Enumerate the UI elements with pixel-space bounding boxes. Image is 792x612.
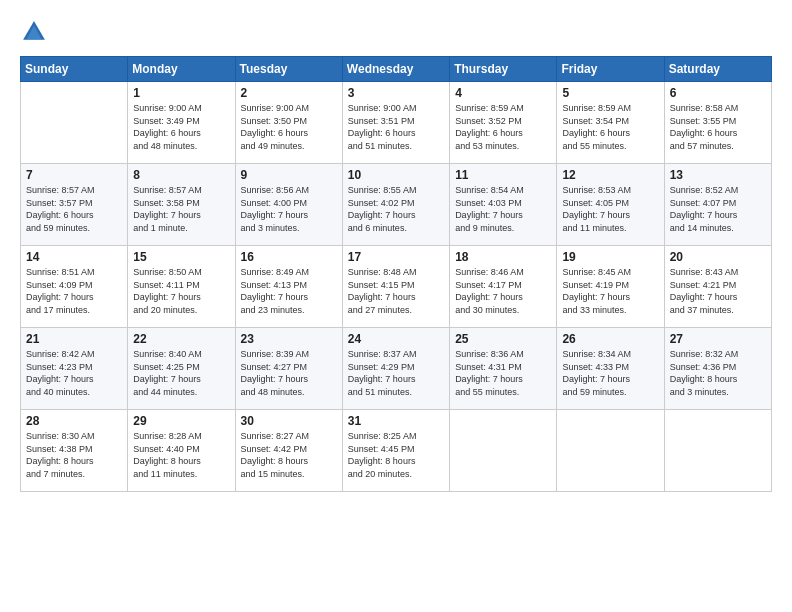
day-number: 7 (26, 168, 122, 182)
day-cell: 5Sunrise: 8:59 AM Sunset: 3:54 PM Daylig… (557, 82, 664, 164)
day-number: 3 (348, 86, 444, 100)
week-row-3: 14Sunrise: 8:51 AM Sunset: 4:09 PM Dayli… (21, 246, 772, 328)
day-cell: 28Sunrise: 8:30 AM Sunset: 4:38 PM Dayli… (21, 410, 128, 492)
day-info: Sunrise: 8:45 AM Sunset: 4:19 PM Dayligh… (562, 266, 658, 316)
day-cell: 2Sunrise: 9:00 AM Sunset: 3:50 PM Daylig… (235, 82, 342, 164)
day-number: 1 (133, 86, 229, 100)
day-info: Sunrise: 9:00 AM Sunset: 3:49 PM Dayligh… (133, 102, 229, 152)
day-info: Sunrise: 8:59 AM Sunset: 3:52 PM Dayligh… (455, 102, 551, 152)
day-info: Sunrise: 8:37 AM Sunset: 4:29 PM Dayligh… (348, 348, 444, 398)
day-cell (664, 410, 771, 492)
day-cell: 14Sunrise: 8:51 AM Sunset: 4:09 PM Dayli… (21, 246, 128, 328)
day-info: Sunrise: 8:28 AM Sunset: 4:40 PM Dayligh… (133, 430, 229, 480)
day-info: Sunrise: 8:34 AM Sunset: 4:33 PM Dayligh… (562, 348, 658, 398)
day-cell: 22Sunrise: 8:40 AM Sunset: 4:25 PM Dayli… (128, 328, 235, 410)
day-number: 29 (133, 414, 229, 428)
day-cell: 18Sunrise: 8:46 AM Sunset: 4:17 PM Dayli… (450, 246, 557, 328)
col-header-friday: Friday (557, 57, 664, 82)
day-cell: 13Sunrise: 8:52 AM Sunset: 4:07 PM Dayli… (664, 164, 771, 246)
calendar-table: SundayMondayTuesdayWednesdayThursdayFrid… (20, 56, 772, 492)
day-info: Sunrise: 8:57 AM Sunset: 3:58 PM Dayligh… (133, 184, 229, 234)
day-cell: 6Sunrise: 8:58 AM Sunset: 3:55 PM Daylig… (664, 82, 771, 164)
day-cell: 31Sunrise: 8:25 AM Sunset: 4:45 PM Dayli… (342, 410, 449, 492)
day-cell: 30Sunrise: 8:27 AM Sunset: 4:42 PM Dayli… (235, 410, 342, 492)
day-info: Sunrise: 8:58 AM Sunset: 3:55 PM Dayligh… (670, 102, 766, 152)
day-cell: 8Sunrise: 8:57 AM Sunset: 3:58 PM Daylig… (128, 164, 235, 246)
day-number: 12 (562, 168, 658, 182)
day-info: Sunrise: 8:49 AM Sunset: 4:13 PM Dayligh… (241, 266, 337, 316)
day-number: 16 (241, 250, 337, 264)
day-info: Sunrise: 8:48 AM Sunset: 4:15 PM Dayligh… (348, 266, 444, 316)
week-row-4: 21Sunrise: 8:42 AM Sunset: 4:23 PM Dayli… (21, 328, 772, 410)
day-number: 31 (348, 414, 444, 428)
day-number: 11 (455, 168, 551, 182)
day-cell: 16Sunrise: 8:49 AM Sunset: 4:13 PM Dayli… (235, 246, 342, 328)
day-cell: 17Sunrise: 8:48 AM Sunset: 4:15 PM Dayli… (342, 246, 449, 328)
day-info: Sunrise: 8:39 AM Sunset: 4:27 PM Dayligh… (241, 348, 337, 398)
logo (20, 18, 52, 46)
day-number: 15 (133, 250, 229, 264)
day-cell: 7Sunrise: 8:57 AM Sunset: 3:57 PM Daylig… (21, 164, 128, 246)
day-cell: 12Sunrise: 8:53 AM Sunset: 4:05 PM Dayli… (557, 164, 664, 246)
day-cell: 24Sunrise: 8:37 AM Sunset: 4:29 PM Dayli… (342, 328, 449, 410)
day-info: Sunrise: 8:25 AM Sunset: 4:45 PM Dayligh… (348, 430, 444, 480)
day-number: 22 (133, 332, 229, 346)
day-info: Sunrise: 8:32 AM Sunset: 4:36 PM Dayligh… (670, 348, 766, 398)
day-info: Sunrise: 8:59 AM Sunset: 3:54 PM Dayligh… (562, 102, 658, 152)
day-cell: 29Sunrise: 8:28 AM Sunset: 4:40 PM Dayli… (128, 410, 235, 492)
day-info: Sunrise: 9:00 AM Sunset: 3:51 PM Dayligh… (348, 102, 444, 152)
day-number: 17 (348, 250, 444, 264)
day-cell: 27Sunrise: 8:32 AM Sunset: 4:36 PM Dayli… (664, 328, 771, 410)
day-number: 13 (670, 168, 766, 182)
day-cell: 19Sunrise: 8:45 AM Sunset: 4:19 PM Dayli… (557, 246, 664, 328)
day-info: Sunrise: 8:54 AM Sunset: 4:03 PM Dayligh… (455, 184, 551, 234)
week-row-1: 1Sunrise: 9:00 AM Sunset: 3:49 PM Daylig… (21, 82, 772, 164)
page: SundayMondayTuesdayWednesdayThursdayFrid… (0, 0, 792, 612)
day-number: 24 (348, 332, 444, 346)
day-number: 8 (133, 168, 229, 182)
day-number: 5 (562, 86, 658, 100)
week-row-5: 28Sunrise: 8:30 AM Sunset: 4:38 PM Dayli… (21, 410, 772, 492)
day-info: Sunrise: 8:46 AM Sunset: 4:17 PM Dayligh… (455, 266, 551, 316)
header-row: SundayMondayTuesdayWednesdayThursdayFrid… (21, 57, 772, 82)
day-cell: 11Sunrise: 8:54 AM Sunset: 4:03 PM Dayli… (450, 164, 557, 246)
day-number: 2 (241, 86, 337, 100)
day-info: Sunrise: 8:27 AM Sunset: 4:42 PM Dayligh… (241, 430, 337, 480)
day-number: 14 (26, 250, 122, 264)
day-cell: 25Sunrise: 8:36 AM Sunset: 4:31 PM Dayli… (450, 328, 557, 410)
day-cell: 9Sunrise: 8:56 AM Sunset: 4:00 PM Daylig… (235, 164, 342, 246)
day-number: 27 (670, 332, 766, 346)
day-info: Sunrise: 9:00 AM Sunset: 3:50 PM Dayligh… (241, 102, 337, 152)
day-cell: 10Sunrise: 8:55 AM Sunset: 4:02 PM Dayli… (342, 164, 449, 246)
logo-icon (20, 18, 48, 46)
day-number: 6 (670, 86, 766, 100)
day-number: 10 (348, 168, 444, 182)
day-number: 20 (670, 250, 766, 264)
day-number: 23 (241, 332, 337, 346)
day-number: 26 (562, 332, 658, 346)
day-info: Sunrise: 8:42 AM Sunset: 4:23 PM Dayligh… (26, 348, 122, 398)
day-cell (450, 410, 557, 492)
day-cell (21, 82, 128, 164)
day-number: 25 (455, 332, 551, 346)
col-header-sunday: Sunday (21, 57, 128, 82)
day-cell (557, 410, 664, 492)
day-cell: 1Sunrise: 9:00 AM Sunset: 3:49 PM Daylig… (128, 82, 235, 164)
day-info: Sunrise: 8:52 AM Sunset: 4:07 PM Dayligh… (670, 184, 766, 234)
day-info: Sunrise: 8:53 AM Sunset: 4:05 PM Dayligh… (562, 184, 658, 234)
day-info: Sunrise: 8:51 AM Sunset: 4:09 PM Dayligh… (26, 266, 122, 316)
header (20, 18, 772, 46)
day-cell: 21Sunrise: 8:42 AM Sunset: 4:23 PM Dayli… (21, 328, 128, 410)
day-number: 19 (562, 250, 658, 264)
col-header-saturday: Saturday (664, 57, 771, 82)
day-info: Sunrise: 8:56 AM Sunset: 4:00 PM Dayligh… (241, 184, 337, 234)
day-number: 28 (26, 414, 122, 428)
col-header-wednesday: Wednesday (342, 57, 449, 82)
day-number: 21 (26, 332, 122, 346)
day-info: Sunrise: 8:30 AM Sunset: 4:38 PM Dayligh… (26, 430, 122, 480)
day-info: Sunrise: 8:43 AM Sunset: 4:21 PM Dayligh… (670, 266, 766, 316)
day-number: 9 (241, 168, 337, 182)
col-header-thursday: Thursday (450, 57, 557, 82)
col-header-tuesday: Tuesday (235, 57, 342, 82)
day-cell: 20Sunrise: 8:43 AM Sunset: 4:21 PM Dayli… (664, 246, 771, 328)
